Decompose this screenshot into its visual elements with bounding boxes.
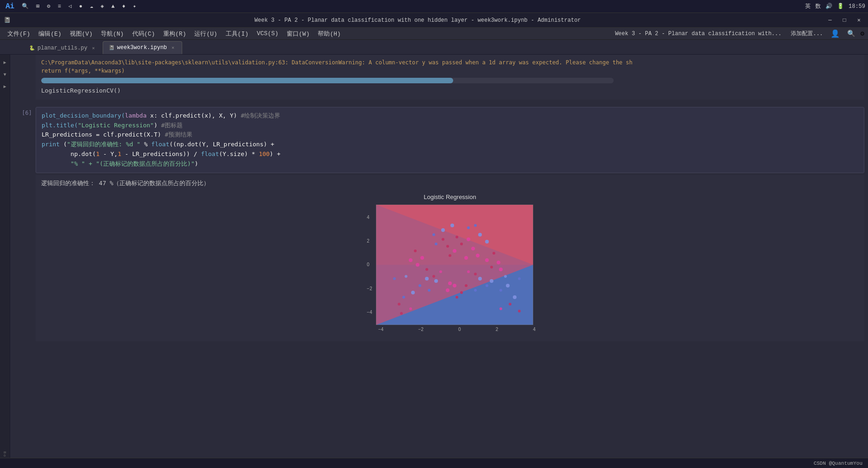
bottom-spacer [10,343,868,362]
tab-label-1: planar_utils.py [37,45,87,51]
sidebar-btn-1[interactable]: ▶ [1,58,9,67]
chart-x-axis: −4 −2 0 2 4 [378,326,536,333]
x-tick-0: 0 [458,326,461,333]
x-tick-minus2: −2 [419,326,424,333]
var-print-open: ( [60,141,67,148]
tab-week3work[interactable]: 📓 week3work.ipynb ✕ [103,41,182,54]
menu-edit[interactable]: 编辑(E) [35,28,65,39]
svg-point-18 [499,268,503,271]
menu-help[interactable]: 帮助(H) [314,28,344,39]
close-button[interactable]: ✕ [854,17,864,24]
tab-close-2[interactable]: ✕ [170,44,176,51]
volume-icon[interactable]: 🔊 [825,3,832,10]
svg-point-11 [449,254,451,257]
cell-6-output-content: 逻辑回归的准确性： 47 %（正确标记的数据点所占的百分比） Logistic … [36,175,864,341]
svg-point-25 [460,291,463,294]
battery-icon[interactable]: 🔋 [837,3,844,10]
svg-point-27 [456,296,458,299]
svg-point-10 [467,237,470,241]
svg-point-26 [446,288,449,292]
os-taskbar: Ai 🔍 ⊞ ⚙ ≡ ◁ ● ☁ ◈ ▲ ♦ ✦ 英 数 🔊 🔋 18:59 [0,0,868,13]
decision-boundary-chart [376,205,533,325]
warning-line-1: C:\ProgramData\Anaconda3\lib\site-packag… [41,58,859,67]
menu-run[interactable]: 运行(U) [191,28,221,39]
user-icon[interactable]: 👤 [831,29,840,38]
triangle-icon[interactable]: ▲ [109,2,117,11]
str-pct-sign: "% " + "(正确标记的数据点所占的百分比)" [42,160,195,167]
cloud-icon[interactable]: ☁ [87,2,96,11]
menu-bar: 文件(F) 编辑(E) 视图(V) 导航(N) 代码(C) 重构(R) 运行(U… [0,28,868,40]
svg-point-56 [405,275,407,278]
menu-window[interactable]: 窗口(W) [283,28,313,39]
menu-code[interactable]: 代码(C) [129,28,159,39]
svg-point-37 [432,233,435,236]
svg-point-6 [464,256,468,260]
menu-bar-right: Week 3 - PA 2 - Planar data classificati… [615,29,864,38]
diamond-icon[interactable]: ◈ [98,2,107,11]
x-tick-minus4: −4 [378,326,383,333]
menu-icon[interactable]: ≡ [55,2,64,11]
warning-cell-number [10,55,36,57]
menu-refactor[interactable]: 重构(R) [160,28,190,39]
sidebar-btn-2[interactable]: ▼ [1,70,9,79]
svg-point-12 [476,254,480,257]
app-icon-2[interactable]: ✦ [130,2,139,11]
var-ysize: (Y.size) * [219,150,259,157]
add-config-button[interactable]: 添加配置... [791,30,823,37]
search-bar-button[interactable]: 🔍 [847,30,855,37]
search-button[interactable]: 🔍 [19,2,31,11]
tab-close-1[interactable]: ✕ [90,45,97,51]
start-logo[interactable]: Ai [3,1,17,12]
menu-file[interactable]: 文件(F) [4,28,34,39]
task-view[interactable]: ⊞ [33,2,42,11]
var-lr: LR_predictions [42,131,92,138]
var-x: x: clf.predict(x), X, Y) [147,112,241,119]
menu-vcs[interactable]: VCS(S) [253,29,282,38]
comment-3: #预测结果 [165,131,192,138]
status-bar: CSDN @QuantumYou [0,458,868,468]
cell-6-output-container: 逻辑回归的准确性： 47 %（正确标记的数据点所占的百分比） Logistic … [10,175,868,343]
var-close2: ) + [270,150,280,157]
minimize-button[interactable]: ─ [825,17,835,24]
cell-6-number: [6] [10,107,36,116]
notebook-area[interactable]: C:\ProgramData\Anaconda3\lib\site-packag… [10,55,868,468]
svg-point-23 [409,258,412,262]
menu-view[interactable]: 视图(V) [66,28,96,39]
settings-icon[interactable]: ⚙ [44,2,53,11]
maximize-button[interactable]: □ [839,17,850,24]
app-icon-1[interactable]: ♦ [119,2,128,11]
var-calc-open: ((np.dot(Y, LR_predictions) + [169,141,274,148]
sidebar-btn-3[interactable]: ▶ [1,82,9,91]
svg-point-47 [499,289,502,292]
svg-point-38 [434,279,438,283]
clock: 18:59 [849,3,865,10]
cell-6-output-number [10,175,36,178]
svg-point-50 [513,295,517,299]
svg-point-31 [467,226,470,229]
str-logistic: "Logistic Regression" [78,122,154,129]
chart-svg-wrapper: 4 2 0 −2 −4 [367,205,533,325]
svg-point-62 [499,307,502,310]
chart-y-axis: 4 2 0 −2 −4 [367,209,372,320]
var-indent: np.dot( [42,150,96,157]
tab-planar-utils[interactable]: 🐍 planar_utils.py ✕ [23,42,103,54]
status-text: CSDN @QuantumYou [813,461,862,466]
fn-plot: plot_decision_boundary( [42,112,125,119]
back-icon[interactable]: ◁ [66,2,74,11]
cell-6-content[interactable]: plot_decision_boundary(lambda x: clf.pre… [36,107,864,173]
settings-gear-icon[interactable]: ⚙ [861,30,864,37]
svg-point-33 [435,243,437,245]
svg-point-35 [474,224,477,227]
x-tick-4: 4 [533,326,536,333]
left-sidebar: ▶ ▼ ▶ Bookmarks [0,55,10,468]
svg-point-53 [432,275,435,278]
menu-tools[interactable]: 工具(I) [222,28,252,39]
menu-navigate[interactable]: 导航(N) [97,28,127,39]
svg-point-51 [439,270,442,273]
svg-point-45 [474,289,477,292]
tab-label-2: week3work.ipynb [117,44,167,51]
y-tick-minus2: −2 [367,285,372,292]
circle-icon[interactable]: ● [76,2,85,11]
cell-6-code: plot_decision_boundary(lambda x: clf.pre… [36,107,864,173]
var-assign: = clf.predict(X.T) [92,131,165,138]
